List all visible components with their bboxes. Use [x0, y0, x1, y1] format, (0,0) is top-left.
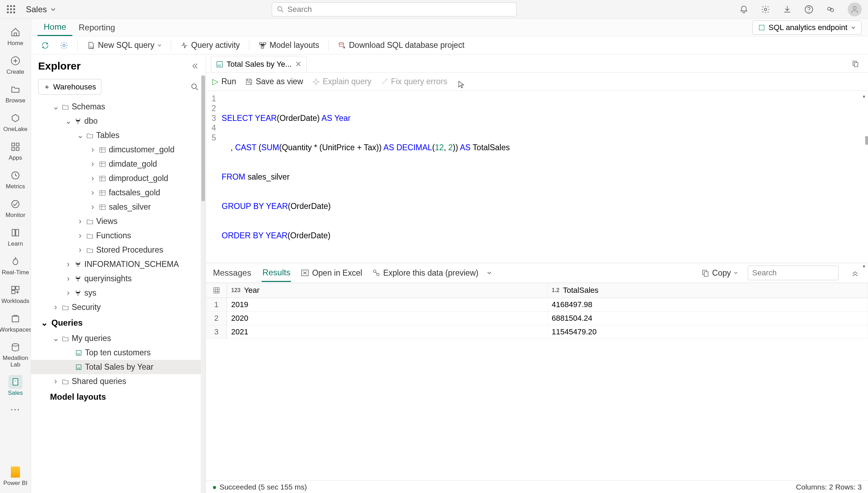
nav-metrics[interactable]: Metrics: [0, 166, 31, 193]
editor-tab[interactable]: sql Total Sales by Ye... ✕: [211, 56, 307, 72]
tree-schemas[interactable]: ⌄Schemas: [31, 100, 206, 114]
endpoint-selector[interactable]: SQL analytics endpoint: [752, 21, 862, 35]
monitor-icon: [10, 199, 20, 209]
scroll-down[interactable]: ▾: [861, 261, 867, 271]
svg-rect-35: [100, 190, 105, 195]
nav-browse[interactable]: Browse: [0, 80, 31, 107]
open-in-excel-button[interactable]: Open in Excel: [301, 268, 362, 278]
workspaces-icon: [10, 314, 20, 324]
svg-rect-8: [12, 143, 15, 146]
table-row[interactable]: 220206881504.24: [206, 312, 868, 325]
explorer-search-button[interactable]: [191, 83, 199, 91]
run-button[interactable]: ▷Run: [212, 77, 236, 86]
tree-table-row[interactable]: ›dimdate_gold: [31, 157, 206, 171]
nav-medallion-lab[interactable]: Medallion Lab: [0, 338, 31, 371]
tree-information-schema[interactable]: ›INFORMATION_SCHEMA: [31, 257, 206, 271]
svg-point-42: [77, 280, 79, 281]
scroll-up[interactable]: ▴: [861, 91, 867, 101]
column-year[interactable]: 123Year: [227, 283, 548, 298]
tree-query-total-sales[interactable]: sqlTotal Sales by Year: [31, 360, 206, 374]
global-search[interactable]: [272, 2, 517, 16]
folder-icon: [86, 247, 93, 254]
grid-corner[interactable]: [206, 283, 227, 298]
svg-point-0: [278, 7, 282, 11]
tab-reporting[interactable]: Reporting: [72, 19, 121, 36]
explain-button: Explain query: [312, 77, 371, 86]
copy-tab-button[interactable]: [848, 59, 863, 68]
nav-sales[interactable]: Sales: [0, 372, 31, 399]
tree-queries-section[interactable]: ⌄Queries: [31, 314, 206, 331]
settings-button[interactable]: [56, 39, 72, 52]
tree-my-queries[interactable]: ⌄My queries: [31, 331, 206, 346]
schema-icon: [74, 275, 81, 282]
folder-icon: [86, 232, 93, 239]
svg-rect-59: [214, 288, 219, 293]
download-icon[interactable]: [783, 5, 792, 14]
tree-security[interactable]: ›Security: [31, 300, 206, 314]
excel-icon: [301, 269, 309, 277]
tree-table-row[interactable]: ›factsales_gold: [31, 186, 206, 200]
results-search-input[interactable]: [748, 266, 839, 280]
explorer-scrollbar[interactable]: [201, 75, 206, 493]
nav-apps[interactable]: Apps: [0, 137, 31, 164]
add-warehouse-button[interactable]: ＋ Warehouses: [38, 79, 101, 95]
tree-table-row[interactable]: ›dimproduct_gold: [31, 171, 206, 186]
nav-onelake[interactable]: OneLake: [0, 108, 31, 136]
tree-table-row[interactable]: ›dimcustomer_gold: [31, 143, 206, 157]
chevron-down-icon: [851, 25, 856, 30]
copy-button[interactable]: Copy: [702, 268, 738, 278]
nav-workspaces[interactable]: Workspaces: [0, 309, 31, 336]
tree-table-row[interactable]: ›sales_silver: [31, 200, 206, 214]
results-tab[interactable]: Results: [262, 264, 291, 282]
save-as-view-button[interactable]: Save as view: [245, 77, 303, 86]
tree-model-layouts-section[interactable]: Model layouts: [31, 389, 206, 405]
sql-file-icon: SQL: [87, 41, 95, 50]
nav-workloads[interactable]: Workloads: [0, 280, 31, 307]
tab-home[interactable]: Home: [37, 19, 72, 36]
collapse-results-button[interactable]: [848, 269, 862, 277]
nav-more[interactable]: ⋯: [10, 404, 21, 415]
tree-functions[interactable]: ›Functions: [31, 229, 206, 243]
tree-views[interactable]: ›Views: [31, 214, 206, 229]
query-activity-button[interactable]: Query activity: [177, 38, 243, 52]
help-icon[interactable]: [804, 5, 813, 14]
collapse-explorer-button[interactable]: [191, 62, 199, 70]
svg-rect-36: [100, 205, 105, 210]
nav-monitor[interactable]: Monitor: [0, 194, 31, 222]
search-input[interactable]: [287, 5, 511, 14]
column-totalsales[interactable]: 1.2TotalSales: [548, 283, 868, 298]
notifications-icon[interactable]: [739, 5, 748, 14]
messages-tab[interactable]: Messages: [212, 264, 252, 281]
svg-rect-58: [704, 272, 708, 276]
nav-learn[interactable]: Learn: [0, 223, 31, 250]
tree-queryinsights[interactable]: ›queryinsights: [31, 271, 206, 286]
feedback-icon[interactable]: [826, 5, 835, 14]
scrollbar-thumb[interactable]: [201, 75, 205, 201]
explore-data-button[interactable]: Explore this data (preview): [372, 268, 492, 278]
powerbi-icon[interactable]: [11, 466, 20, 478]
new-query-button[interactable]: SQL New SQL query: [83, 38, 165, 52]
tree-shared-queries[interactable]: ›Shared queries: [31, 374, 206, 389]
refresh-button[interactable]: [37, 39, 53, 52]
tree-sys[interactable]: ›sys: [31, 286, 206, 300]
tree-tables[interactable]: ⌄Tables: [31, 128, 206, 143]
app-launcher[interactable]: [6, 5, 16, 14]
nav-create[interactable]: Create: [0, 51, 31, 78]
download-project-button[interactable]: Download SQL database project: [334, 38, 468, 52]
tree-stored-procedures[interactable]: ›Stored Procedures: [31, 243, 206, 257]
user-avatar[interactable]: [848, 2, 862, 16]
folder-icon: [86, 218, 93, 225]
onelake-icon: [10, 113, 20, 123]
nav-home[interactable]: Home: [0, 22, 31, 50]
table-row[interactable]: 3202111545479.20: [206, 325, 868, 339]
warehouse-icon: [10, 377, 20, 387]
nav-realtime[interactable]: Real-Time: [0, 252, 31, 279]
settings-icon[interactable]: [761, 5, 770, 14]
table-row[interactable]: 120194168497.98: [206, 298, 868, 312]
code-editor[interactable]: 12345 SELECT YEAR(OrderDate) AS Year , C…: [206, 91, 868, 263]
tree-query-top-ten[interactable]: sqlTop ten customers: [31, 346, 206, 360]
workspace-selector[interactable]: Sales: [26, 5, 56, 14]
close-tab-button[interactable]: ✕: [295, 60, 301, 69]
model-layouts-button[interactable]: Model layouts: [255, 38, 323, 52]
tree-dbo[interactable]: ⌄dbo: [31, 114, 206, 128]
